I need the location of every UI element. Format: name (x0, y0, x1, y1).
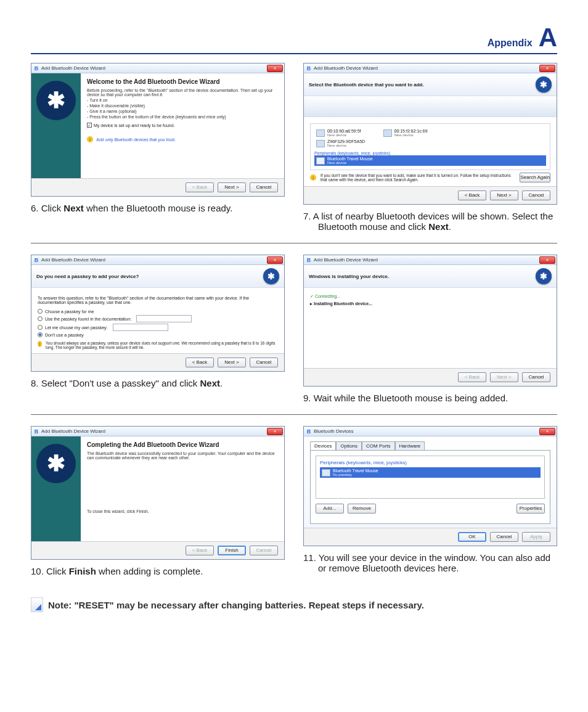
bluetooth-logo-icon: ✱ (36, 444, 76, 483)
bluetooth-badge-icon: ✱ (536, 268, 552, 284)
t: Next (63, 203, 84, 213)
radio-label: Use the passkey found in the documentati… (45, 317, 131, 321)
dev-sub: New device (327, 133, 361, 137)
tip-text: If you don't see the device that you wan… (321, 173, 517, 182)
back-button: < Back (186, 546, 214, 555)
tab-comports[interactable]: COM Ports (362, 441, 395, 450)
bluetooth-icon: B (306, 428, 312, 435)
status-installing: Installing Bluetooth device... (314, 301, 372, 306)
radio-own[interactable]: Let me choose my own passkey: (38, 324, 278, 331)
device-item[interactable]: 00:15:f2:82:1c:69New device (382, 128, 430, 138)
caption-8: 8. Select "Don't use a passkey" and clic… (46, 378, 285, 388)
tab-devices[interactable]: Devices (310, 441, 336, 450)
device-item-selected[interactable]: Bluetooth Travel MouseNew device (314, 155, 546, 166)
dev-name: Z96F329-9DF5A5D (327, 139, 365, 144)
cancel-button[interactable]: Cancel (490, 532, 518, 542)
close-button[interactable]: × (539, 256, 555, 264)
wizard-step7: B Add Bluetooth Device Wizard × Select t… (303, 63, 557, 205)
dialog-title: Bluetooth Devices (314, 428, 353, 434)
wizard-step9: B Add Bluetooth Device Wizard × Windows … (303, 255, 557, 387)
caption-10: 10. Click Finish when adding is complete… (46, 566, 285, 576)
next-button[interactable]: Next > (218, 358, 246, 367)
t: 8. Select "Don't use a passkey" and clic… (31, 378, 200, 388)
ok-button[interactable]: OK (458, 532, 486, 542)
wizard-step10: B Add Bluetooth Device Wizard × ✱ Comple… (31, 426, 285, 560)
device-item[interactable]: Z96F329-9DF5A5DNew device (314, 138, 546, 149)
dialog-title: Add Bluetooth Device Wizard (314, 257, 378, 263)
bluetooth-logo-icon: ✱ (36, 81, 76, 120)
device-item-selected[interactable]: Bluetooth Travel Mouse No passkey (320, 467, 541, 478)
next-button[interactable]: Next > (490, 190, 518, 200)
cancel-button[interactable]: Cancel (250, 182, 278, 192)
cancel-button: Cancel (250, 546, 278, 555)
radio-doc[interactable]: Use the passkey found in the documentati… (38, 315, 278, 322)
info-icon: i (310, 174, 316, 181)
close-button[interactable]: × (539, 428, 555, 435)
bluetooth-icon: B (33, 428, 39, 435)
dev-name: Bluetooth Travel Mouse (333, 469, 378, 473)
t: Next (200, 378, 220, 388)
cancel-button[interactable]: Cancel (522, 372, 550, 382)
appendix-label: Appendix (488, 38, 533, 49)
device-pane: Peripherals (keyboards, mice, joysticks)… (316, 456, 545, 499)
device-group: Peripherals (keyboards, mice, joysticks) (314, 151, 546, 155)
remove-button[interactable]: Remove (348, 504, 376, 514)
cancel-button[interactable]: Cancel (522, 190, 550, 200)
step-heading: Windows is installing your device. (309, 274, 389, 279)
caption-11: 11. You will see your device in the wind… (318, 552, 557, 573)
close-button[interactable]: × (539, 65, 555, 72)
back-button[interactable]: < Back (458, 190, 486, 200)
properties-button[interactable]: Properties (517, 504, 545, 514)
close-button[interactable]: × (267, 428, 283, 435)
back-button: < Back (186, 182, 214, 192)
add-button[interactable]: Add... (316, 504, 344, 514)
tab-options[interactable]: Options (336, 441, 362, 450)
caption-7: 7. A list of nearby Bluetooth devices wi… (318, 211, 557, 232)
radio-label: Let me choose my own passkey: (45, 325, 108, 330)
ready-checkbox[interactable]: ✓My device is set up and ready to be fou… (87, 123, 278, 128)
search-again-button[interactable]: Search Again (520, 173, 550, 182)
bluetooth-badge-icon: ✱ (263, 268, 279, 284)
li: - Give it a name (optional) (87, 109, 278, 113)
dev-sub: New device (394, 133, 428, 137)
finish-button[interactable]: Finish (218, 546, 246, 555)
back-button[interactable]: < Back (186, 358, 214, 367)
wizard-intro: Before proceeding, refer to the "Bluetoo… (87, 88, 278, 97)
cancel-button[interactable]: Cancel (250, 358, 278, 367)
radio-label: Choose a passkey for me (45, 309, 94, 314)
back-button: < Back (458, 372, 486, 382)
page-header: Appendix A (31, 25, 557, 54)
radio-choose[interactable]: Choose a passkey for me (38, 309, 278, 314)
tab-hardware[interactable]: Hardware (395, 441, 425, 450)
step-heading: Do you need a passkey to add your device… (36, 274, 139, 279)
device-item[interactable]: 00:10:60:a8:59:5fNew device (314, 128, 363, 138)
bluetooth-icon: B (306, 257, 312, 263)
close-button[interactable]: × (267, 65, 283, 72)
info-icon: i (87, 136, 93, 142)
radio-none[interactable]: Don't use a passkey (38, 332, 278, 337)
caption-6: 6. Click Next when the Bluetooth mouse i… (46, 203, 285, 213)
bluetooth-devices-dialog: B Bluetooth Devices × Devices Options CO… (303, 426, 557, 546)
dev-sub: No passkey (333, 473, 378, 477)
note-row: Note: "RESET" may be necessary after cha… (31, 597, 557, 612)
next-button[interactable]: Next > (218, 182, 246, 192)
bluetooth-icon: B (33, 257, 39, 263)
dev-name: 00:15:f2:82:1c:69 (394, 129, 428, 133)
li: - Press the button on the bottom of the … (87, 115, 278, 119)
bluetooth-icon: B (33, 65, 39, 72)
passkey-input[interactable] (136, 315, 192, 322)
step-heading: Select the Bluetooth device that you wan… (309, 82, 424, 88)
t: when adding is complete. (96, 566, 203, 576)
caption-9: 9. Wait while the Bluetooth mouse is bei… (318, 393, 557, 403)
dev-sub: New device (327, 144, 365, 147)
close-button[interactable]: × (267, 256, 283, 264)
dialog-title: Add Bluetooth Device Wizard (41, 257, 105, 263)
dialog-title: Add Bluetooth Device Wizard (41, 65, 105, 71)
t: Finish (69, 566, 96, 576)
t: . (449, 221, 451, 232)
passkey-input[interactable] (113, 324, 168, 331)
trust-link[interactable]: Add only Bluetooth devices that you trus… (96, 137, 176, 142)
t: 10. Click (31, 566, 69, 576)
li: - Make it discoverable (visible) (87, 104, 278, 108)
bluetooth-badge-icon: ✱ (536, 76, 552, 92)
